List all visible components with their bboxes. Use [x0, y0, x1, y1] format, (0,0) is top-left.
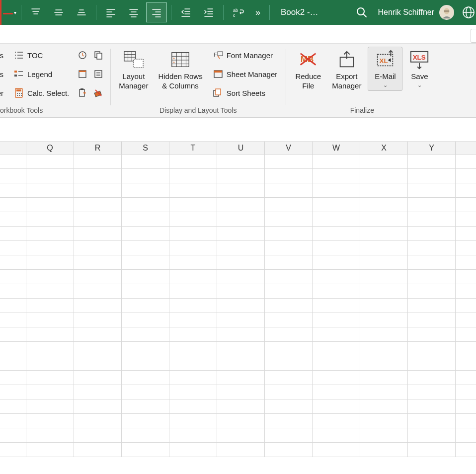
cell[interactable]: [360, 443, 408, 457]
cell[interactable]: [217, 227, 265, 241]
cell[interactable]: [122, 385, 169, 399]
cell[interactable]: [313, 327, 360, 342]
cell[interactable]: [169, 284, 217, 299]
cell[interactable]: [169, 371, 217, 385]
cell[interactable]: [122, 241, 169, 255]
cell[interactable]: [26, 313, 74, 327]
cell[interactable]: [360, 428, 408, 443]
cell[interactable]: [408, 356, 456, 371]
cell[interactable]: [0, 270, 26, 284]
cell[interactable]: [217, 327, 265, 342]
cell[interactable]: [217, 371, 265, 385]
align-top-button[interactable]: [25, 2, 46, 22]
cell[interactable]: [26, 299, 74, 313]
cell[interactable]: [265, 342, 313, 356]
cell[interactable]: [313, 385, 360, 399]
cell[interactable]: [217, 198, 265, 212]
cell[interactable]: [26, 371, 74, 385]
cell[interactable]: [265, 313, 313, 327]
cell[interactable]: [456, 241, 476, 255]
increase-indent-button[interactable]: [198, 2, 219, 22]
cell[interactable]: [74, 356, 122, 371]
cell[interactable]: [360, 342, 408, 356]
cell[interactable]: [360, 327, 408, 342]
cell[interactable]: [408, 371, 456, 385]
cell[interactable]: [26, 212, 74, 227]
cell[interactable]: [122, 284, 169, 299]
cell[interactable]: [360, 371, 408, 385]
clear-format-button[interactable]: [91, 84, 105, 101]
cell[interactable]: [26, 241, 74, 255]
cell[interactable]: [360, 385, 408, 399]
cell[interactable]: [217, 284, 265, 299]
cell[interactable]: [0, 169, 26, 183]
cell[interactable]: [408, 443, 456, 457]
cell[interactable]: [169, 399, 217, 414]
cell[interactable]: [169, 299, 217, 313]
cell[interactable]: [265, 198, 313, 212]
cell[interactable]: [360, 299, 408, 313]
cell[interactable]: [26, 428, 74, 443]
cell[interactable]: [0, 227, 26, 241]
cell[interactable]: [26, 327, 74, 342]
cell[interactable]: [0, 385, 26, 399]
cell[interactable]: [265, 327, 313, 342]
cell[interactable]: [169, 183, 217, 198]
cell[interactable]: [217, 155, 265, 169]
cell[interactable]: [122, 399, 169, 414]
cell[interactable]: [26, 356, 74, 371]
quick-access-overflow-button[interactable]: »: [250, 2, 265, 22]
cell[interactable]: [360, 155, 408, 169]
cell[interactable]: [169, 385, 217, 399]
cell[interactable]: [0, 443, 26, 457]
cell[interactable]: [0, 313, 26, 327]
cell[interactable]: [313, 313, 360, 327]
cell[interactable]: [74, 414, 122, 428]
cell[interactable]: [122, 342, 169, 356]
cell[interactable]: [456, 155, 476, 169]
cell[interactable]: [265, 443, 313, 457]
cell[interactable]: [122, 183, 169, 198]
cell[interactable]: [456, 212, 476, 227]
align-right-button[interactable]: [146, 2, 167, 22]
cell[interactable]: [0, 183, 26, 198]
cell[interactable]: [122, 428, 169, 443]
cell[interactable]: [0, 198, 26, 212]
cell[interactable]: [360, 356, 408, 371]
partial-button-bottom[interactable]: ager: [0, 84, 7, 101]
cell[interactable]: [169, 241, 217, 255]
cell[interactable]: [74, 428, 122, 443]
cell[interactable]: [313, 371, 360, 385]
export-manager-button[interactable]: Export Manager: [328, 47, 365, 93]
cell[interactable]: [0, 342, 26, 356]
cell[interactable]: [408, 385, 456, 399]
font-manager-button[interactable]: F Font Manager: [209, 47, 281, 64]
cell[interactable]: [360, 270, 408, 284]
cell[interactable]: [26, 284, 74, 299]
cell[interactable]: [456, 385, 476, 399]
column-header[interactable]: Z: [456, 142, 476, 154]
cell[interactable]: [0, 428, 26, 443]
copy-sheets-button[interactable]: [91, 47, 105, 64]
cell[interactable]: [360, 414, 408, 428]
cell[interactable]: [456, 428, 476, 443]
cell[interactable]: [217, 385, 265, 399]
cell[interactable]: [122, 327, 169, 342]
cell[interactable]: [122, 227, 169, 241]
cell[interactable]: [217, 299, 265, 313]
cell[interactable]: [122, 155, 169, 169]
partial-button-mid[interactable]: ets: [0, 66, 7, 82]
column-header[interactable]: Q: [26, 142, 74, 154]
toc-button[interactable]: TOC: [10, 47, 73, 64]
paste-special-button[interactable]: [76, 84, 89, 101]
cell[interactable]: [313, 169, 360, 183]
column-header[interactable]: T: [169, 142, 217, 154]
cell[interactable]: [265, 155, 313, 169]
cell[interactable]: [456, 198, 476, 212]
partial-button-top[interactable]: s: [0, 47, 7, 64]
cell[interactable]: [265, 212, 313, 227]
cell[interactable]: [313, 342, 360, 356]
cell[interactable]: [74, 327, 122, 342]
cell[interactable]: [74, 399, 122, 414]
cell[interactable]: [313, 299, 360, 313]
